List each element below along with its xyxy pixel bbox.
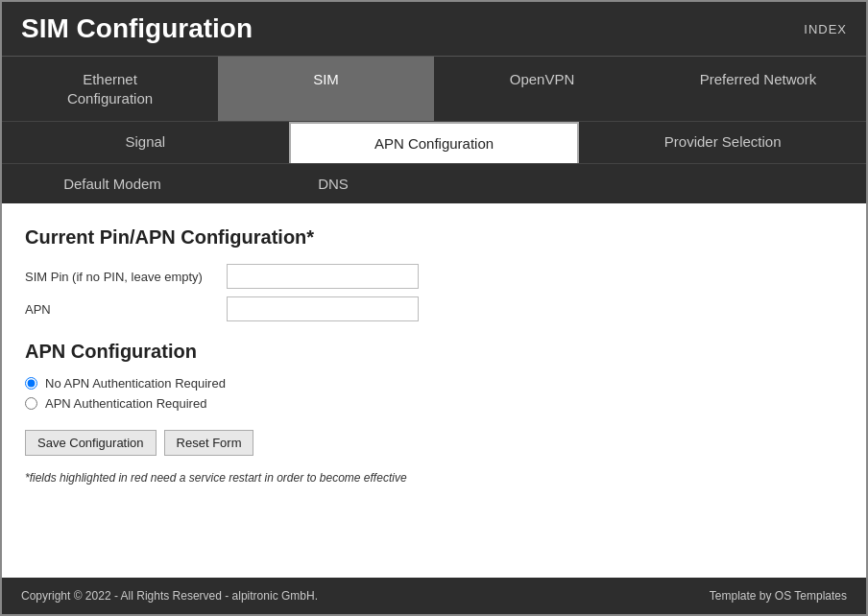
button-row: Save Configuration Reset Form (25, 430, 843, 456)
tab-placeholder-1 (444, 164, 866, 203)
apn-group: APN (25, 296, 843, 321)
radio-auth-required-input[interactable] (25, 397, 37, 410)
tab-apn-configuration[interactable]: APN Configuration (289, 122, 580, 163)
sim-pin-group: SIM Pin (if no PIN, leave empty) (25, 264, 843, 289)
radio-auth-required[interactable]: APN Authentication Required (25, 396, 843, 411)
nav-row-2: Signal APN Configuration Provider Select… (2, 121, 866, 163)
footnote: *fields highlighted in red need a servic… (25, 471, 843, 485)
tab-sim[interactable]: SIM (218, 57, 434, 121)
tab-provider-selection[interactable]: Provider Selection (579, 122, 866, 163)
nav-row-3: Default Modem DNS (2, 163, 866, 203)
content-area: Current Pin/APN Configuration* SIM Pin (… (2, 203, 866, 578)
sim-pin-label: SIM Pin (if no PIN, leave empty) (25, 270, 227, 284)
apn-input[interactable] (227, 296, 419, 321)
app-title: SIM Configuration (21, 13, 253, 44)
radio-no-auth-label: No APN Authentication Required (45, 376, 226, 391)
radio-auth-required-label: APN Authentication Required (45, 396, 206, 411)
tab-ethernet[interactable]: EthernetConfiguration (2, 57, 218, 121)
footer-template: Template by OS Templates (710, 589, 847, 603)
section1-title: Current Pin/APN Configuration* (25, 226, 843, 249)
sim-pin-input[interactable] (227, 264, 419, 289)
radio-no-auth[interactable]: No APN Authentication Required (25, 376, 843, 391)
header: SIM Configuration INDEX (2, 2, 866, 56)
tab-default-modem[interactable]: Default Modem (2, 164, 223, 203)
radio-group: No APN Authentication Required APN Authe… (25, 376, 843, 411)
radio-no-auth-input[interactable] (25, 377, 37, 390)
app-container: SIM Configuration INDEX EthernetConfigur… (0, 0, 868, 616)
section2-title: APN Configuration (25, 341, 843, 363)
nav-row-1: EthernetConfiguration SIM OpenVPN Prefer… (2, 56, 866, 121)
tab-dns[interactable]: DNS (223, 164, 444, 203)
tab-signal[interactable]: Signal (2, 122, 289, 163)
tab-preferred-network[interactable]: Preferred Network (650, 57, 866, 121)
save-configuration-button[interactable]: Save Configuration (25, 430, 157, 456)
index-label: INDEX (804, 22, 847, 36)
apn-label: APN (25, 302, 227, 317)
footer: Copyright © 2022 - All Rights Reserved -… (2, 578, 866, 614)
tab-openvpn[interactable]: OpenVPN (434, 57, 650, 121)
reset-form-button[interactable]: Reset Form (164, 430, 254, 456)
footer-copyright: Copyright © 2022 - All Rights Reserved -… (21, 589, 318, 603)
